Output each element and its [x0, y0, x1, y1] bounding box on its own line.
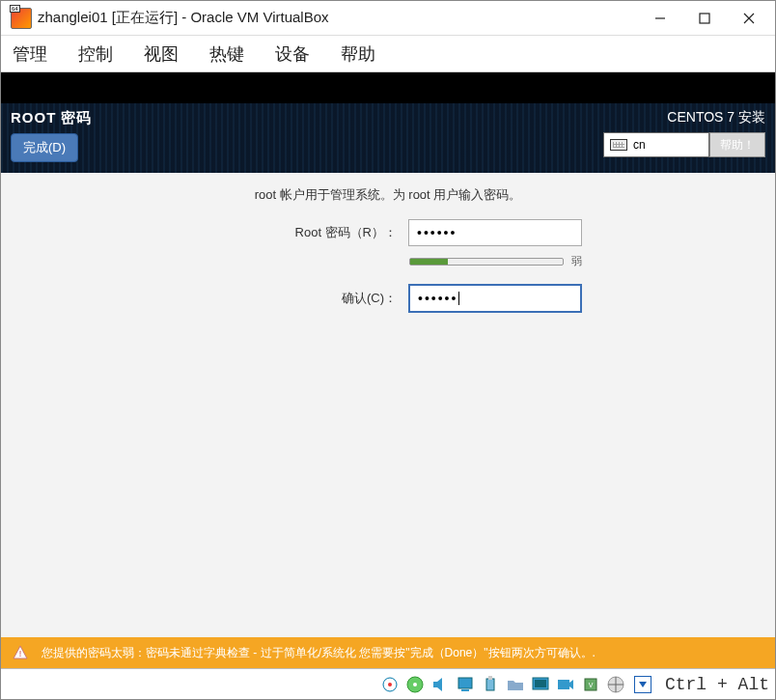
host-key-label: Ctrl + Alt [665, 675, 769, 694]
svg-point-3 [388, 683, 392, 686]
keyboard-layout-selector[interactable]: cn [603, 132, 709, 157]
hard-disk-icon[interactable] [379, 674, 401, 695]
confirm-password-value: •••••• [418, 291, 457, 306]
confirm-password-label: 确认(C)： [194, 290, 397, 307]
virtualbox-statusbar: V Ctrl + Alt [1, 668, 775, 699]
svg-point-5 [413, 683, 417, 686]
shared-folder-icon[interactable] [505, 674, 526, 695]
password-strength-fill [410, 259, 449, 265]
mouse-integration-icon[interactable] [605, 674, 626, 695]
confirm-password-row: 确认(C)： •••••• [194, 284, 582, 313]
vm-border-gap [1, 72, 775, 103]
svg-rect-11 [535, 680, 546, 687]
main-content: root 帐户用于管理系统。为 root 用户输入密码。 Root 密码（R）：… [1, 173, 775, 668]
warning-icon: ! [13, 645, 28, 660]
svg-rect-8 [486, 679, 494, 690]
menu-help[interactable]: 帮助 [337, 39, 379, 70]
menu-devices[interactable]: 设备 [271, 39, 314, 70]
svg-text:V: V [589, 682, 594, 688]
menu-view[interactable]: 视图 [140, 39, 182, 70]
password-strength-row: 弱 [409, 254, 582, 268]
menu-control[interactable]: 控制 [74, 39, 117, 70]
keyboard-layout-label: cn [633, 138, 646, 152]
svg-rect-9 [488, 676, 492, 680]
window-titlebar: zhanglei01 [正在运行] - Oracle VM VirtualBox [1, 1, 775, 36]
menu-input[interactable]: 热键 [206, 39, 248, 70]
usb-icon[interactable] [480, 674, 501, 695]
display-icon[interactable] [530, 674, 551, 695]
root-password-input[interactable] [408, 219, 582, 246]
instruction-text: root 帐户用于管理系统。为 root 用户输入密码。 [255, 186, 522, 204]
root-password-row: Root 密码（R）： [194, 219, 582, 246]
password-strength-label: 弱 [571, 254, 582, 268]
optical-disk-icon[interactable] [404, 674, 426, 695]
svg-rect-12 [558, 680, 569, 689]
installer-subtitle: CENTOS 7 安装 [667, 109, 765, 126]
virtualbox-icon [11, 8, 32, 29]
root-password-label: Root 密码（R）： [194, 224, 397, 241]
host-key-indicator-icon[interactable] [634, 676, 651, 693]
warning-bar: ! 您提供的密码太弱：密码未通过字典检查 - 过于简单化/系统化 您需要按"完成… [1, 637, 775, 668]
virtualbox-window: zhanglei01 [正在运行] - Oracle VM VirtualBox… [0, 0, 776, 700]
minimize-button[interactable] [638, 4, 682, 33]
recording-icon[interactable] [555, 674, 576, 695]
menubar: 管理 控制 视图 热键 设备 帮助 [1, 36, 775, 72]
keyboard-icon [610, 139, 627, 151]
menu-manage[interactable]: 管理 [9, 39, 51, 70]
svg-rect-0 [700, 14, 709, 23]
text-caret [458, 292, 459, 305]
installer-header: ROOT 密码 完成(D) CENTOS 7 安装 cn 帮助！ [1, 103, 775, 173]
cpu-icon[interactable]: V [580, 674, 601, 695]
svg-text:!: ! [19, 649, 22, 658]
maximize-button[interactable] [682, 4, 727, 33]
confirm-password-input[interactable]: •••••• [408, 284, 582, 313]
network-icon[interactable] [455, 674, 476, 695]
password-strength-bar [409, 258, 564, 266]
window-title: zhanglei01 [正在运行] - Oracle VM VirtualBox [38, 9, 638, 27]
svg-rect-6 [458, 678, 472, 688]
close-button[interactable] [727, 4, 771, 33]
audio-icon[interactable] [430, 674, 451, 695]
svg-rect-7 [461, 689, 469, 691]
page-title: ROOT 密码 [11, 109, 93, 127]
warning-text: 您提供的密码太弱：密码未通过字典检查 - 过于简单化/系统化 您需要按"完成（D… [42, 645, 596, 661]
done-button[interactable]: 完成(D) [11, 133, 78, 162]
help-button[interactable]: 帮助！ [709, 132, 765, 157]
